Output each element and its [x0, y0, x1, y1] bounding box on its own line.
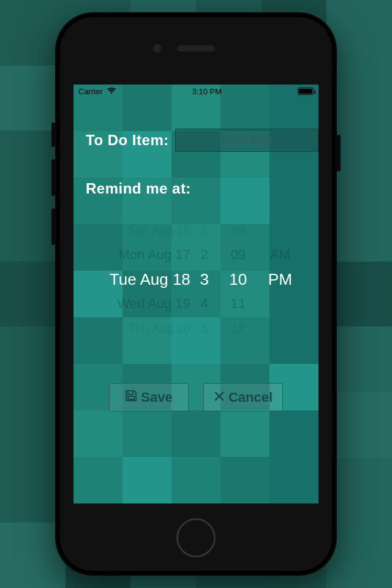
mute-switch [51, 123, 55, 147]
carrier-label: Carrier [78, 87, 103, 96]
clock-label: 3:10 PM [192, 87, 222, 96]
picker-hour-selected[interactable]: 3 [200, 267, 208, 292]
status-bar: Carrier 3:10 PM [74, 85, 318, 98]
close-icon [214, 390, 225, 405]
volume-up-button [51, 159, 55, 196]
picker-ampm-option[interactable]: AM [270, 243, 290, 267]
picker-ampm-spacer [279, 218, 282, 243]
home-button[interactable] [176, 518, 216, 557]
front-camera [153, 44, 162, 53]
picker-minute-option[interactable]: 08 [232, 218, 245, 243]
picker-ampm-spacer [278, 292, 282, 316]
power-button [337, 135, 341, 172]
picker-date-option[interactable]: Thu Aug 20 [128, 316, 190, 341]
floppy-icon [125, 390, 137, 405]
picker-date-selected[interactable]: Tue Aug 18 [110, 267, 190, 292]
earpiece [177, 45, 215, 51]
cancel-button[interactable]: Cancel [203, 383, 283, 412]
battery-icon [298, 88, 314, 95]
todo-label: To Do Item: [86, 132, 169, 149]
volume-down-button [51, 208, 55, 245]
picker-date-option[interactable]: Wed Aug 19 [117, 292, 190, 316]
picker-date-option[interactable]: Sun Aug 16 [127, 218, 190, 243]
save-button[interactable]: Save [109, 383, 189, 412]
remind-label: Remind me at: [86, 180, 306, 197]
button-row: Save Cancel [86, 383, 306, 412]
device-frame: Carrier 3:10 PM To Do Item: [55, 12, 337, 576]
picker-ampm-column[interactable]: AM PM [258, 218, 303, 341]
picker-hour-option[interactable]: 5 [201, 316, 208, 341]
picker-hour-option[interactable]: 4 [201, 292, 208, 316]
todo-row: To Do Item: [86, 129, 306, 152]
picker-minute-column[interactable]: 08 09 10 11 12 [219, 218, 258, 341]
picker-minute-option[interactable]: 12 [232, 316, 245, 341]
wifi-icon [107, 87, 116, 96]
picker-ampm-selected[interactable]: PM [268, 267, 292, 292]
app-screen: Carrier 3:10 PM To Do Item: [74, 85, 318, 503]
datetime-picker[interactable]: Sun Aug 16 Mon Aug 17 Tue Aug 18 Wed Aug… [86, 218, 306, 341]
svg-rect-4 [128, 396, 134, 399]
picker-date-column[interactable]: Sun Aug 16 Mon Aug 17 Tue Aug 18 Wed Aug… [89, 218, 190, 341]
picker-minute-option[interactable]: 11 [230, 292, 245, 316]
picker-date-option[interactable]: Mon Aug 17 [118, 243, 190, 267]
svg-rect-3 [128, 391, 133, 394]
picker-hour-option[interactable]: 1 [201, 218, 208, 243]
picker-hour-column[interactable]: 1 2 3 4 5 [190, 218, 219, 341]
picker-ampm-spacer [279, 316, 282, 341]
cancel-button-label: Cancel [228, 390, 273, 405]
todo-input[interactable] [175, 129, 318, 152]
picker-minute-selected[interactable]: 10 [229, 267, 247, 292]
picker-hour-option[interactable]: 2 [201, 243, 208, 267]
picker-minute-option[interactable]: 09 [230, 243, 245, 267]
save-button-label: Save [141, 390, 172, 405]
